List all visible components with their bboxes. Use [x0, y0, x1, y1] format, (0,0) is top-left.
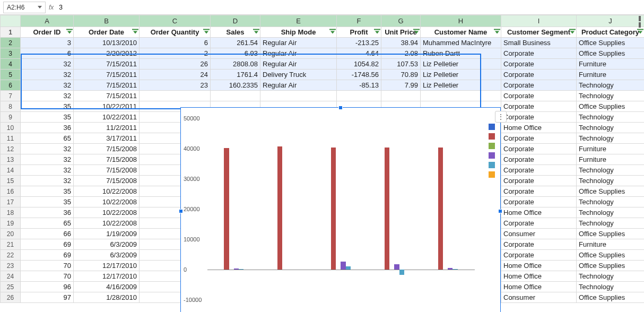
- cell[interactable]: 2.08: [381, 48, 421, 59]
- cell[interactable]: 1/28/2010: [74, 292, 140, 303]
- cell[interactable]: 65: [21, 133, 74, 144]
- cell[interactable]: Regular Air: [260, 59, 337, 70]
- cell[interactable]: Technology: [577, 197, 645, 207]
- cell[interactable]: 3: [21, 38, 74, 48]
- column-header-F[interactable]: F: [337, 15, 381, 27]
- column-header-B[interactable]: B: [74, 15, 140, 27]
- cell[interactable]: Consumer: [501, 292, 577, 303]
- column-header-J[interactable]: J: [577, 15, 645, 27]
- cell[interactable]: 32: [21, 91, 74, 101]
- cell[interactable]: Technology: [577, 112, 645, 123]
- cell[interactable]: [260, 91, 337, 101]
- cell[interactable]: 7/15/2011: [74, 59, 140, 70]
- cell[interactable]: -4.64: [337, 48, 381, 59]
- filter-header-cell[interactable]: Customer Segment: [501, 27, 577, 38]
- filter-icon[interactable]: [254, 31, 258, 33]
- cell[interactable]: 107.53: [381, 59, 421, 70]
- cell[interactable]: 66: [21, 229, 74, 239]
- row-header[interactable]: 13: [1, 154, 21, 165]
- cell[interactable]: 261.54: [211, 38, 260, 48]
- cell[interactable]: 10/13/2010: [74, 38, 140, 48]
- row-header[interactable]: 17: [1, 197, 21, 207]
- cell[interactable]: 96: [21, 282, 74, 292]
- row-header[interactable]: 23: [1, 261, 21, 271]
- row-header[interactable]: 22: [1, 250, 21, 261]
- cell[interactable]: Corporate: [501, 176, 577, 186]
- filter-header-cell[interactable]: Product Category: [577, 27, 645, 38]
- cell[interactable]: Corporate: [501, 144, 577, 154]
- cell[interactable]: Office Supplies: [577, 38, 645, 48]
- row-header[interactable]: 6: [1, 80, 21, 91]
- chart-menu-button[interactable]: ⋮: [495, 111, 507, 123]
- cell[interactable]: Delivery Truck: [260, 70, 337, 80]
- column-header-H[interactable]: H: [421, 15, 501, 27]
- filter-header-cell[interactable]: Profit: [337, 27, 381, 38]
- row-header[interactable]: 1: [1, 27, 21, 38]
- cell[interactable]: 4/16/2009: [74, 282, 140, 292]
- cell[interactable]: Liz Pelletier: [421, 70, 501, 80]
- cell[interactable]: Technology: [577, 80, 645, 91]
- cell[interactable]: 7.99: [381, 80, 421, 91]
- select-all-corner[interactable]: [1, 15, 21, 27]
- row-header[interactable]: 24: [1, 271, 21, 282]
- cell[interactable]: 35: [21, 197, 74, 207]
- cell[interactable]: Office Supplies: [577, 250, 645, 261]
- cell[interactable]: 32: [21, 70, 74, 80]
- cell[interactable]: 1761.4: [211, 70, 260, 80]
- cell[interactable]: 2: [140, 48, 211, 59]
- cell[interactable]: Home Office: [501, 207, 577, 218]
- cell[interactable]: 3/17/2011: [74, 133, 140, 144]
- cell[interactable]: [337, 91, 381, 101]
- cell[interactable]: 7/15/2008: [74, 154, 140, 165]
- cell[interactable]: Corporate: [501, 133, 577, 144]
- cell[interactable]: Furniture: [577, 70, 645, 80]
- cell[interactable]: Office Supplies: [577, 48, 645, 59]
- filter-header-cell[interactable]: Order Quantity: [140, 27, 211, 38]
- filter-icon[interactable]: [67, 31, 72, 33]
- chart-resize-top[interactable]: [338, 106, 343, 110]
- cell[interactable]: 32: [21, 154, 74, 165]
- cell[interactable]: 10/22/2011: [74, 101, 140, 112]
- cell[interactable]: 70: [21, 261, 74, 271]
- cell[interactable]: 36: [21, 123, 74, 133]
- cell[interactable]: Corporate: [501, 80, 577, 91]
- row-header[interactable]: 11: [1, 133, 21, 144]
- filter-header-cell[interactable]: Order Date: [74, 27, 140, 38]
- row-header[interactable]: 19: [1, 218, 21, 229]
- cell[interactable]: Corporate: [501, 186, 577, 197]
- column-header-I[interactable]: I: [501, 15, 577, 27]
- cell[interactable]: 70.89: [381, 70, 421, 80]
- cell[interactable]: Corporate: [501, 91, 577, 101]
- column-header-G[interactable]: G: [381, 15, 421, 27]
- cell[interactable]: 1/19/2009: [74, 229, 140, 239]
- spreadsheet-grid[interactable]: ABCDEFGHIJ 1Order IDOrder DateOrder Quan…: [0, 15, 644, 303]
- cell[interactable]: 1054.82: [337, 59, 381, 70]
- cell[interactable]: Regular Air: [260, 80, 337, 91]
- row-header[interactable]: 3: [1, 48, 21, 59]
- cell[interactable]: Technology: [577, 165, 645, 176]
- cell[interactable]: Technology: [577, 271, 645, 282]
- cell[interactable]: [140, 91, 211, 101]
- cell[interactable]: 32: [21, 176, 74, 186]
- cell[interactable]: 2808.08: [211, 59, 260, 70]
- cell[interactable]: 10/22/2008: [74, 197, 140, 207]
- filter-icon[interactable]: [204, 31, 208, 33]
- row-header[interactable]: 26: [1, 292, 21, 303]
- cell[interactable]: Home Office: [501, 261, 577, 271]
- cell[interactable]: 23: [140, 80, 211, 91]
- embedded-chart[interactable]: ⋮ -1000001000020000300004000050000: [180, 107, 501, 312]
- filter-icon[interactable]: [414, 31, 419, 33]
- cell[interactable]: 35: [21, 101, 74, 112]
- cell[interactable]: -1748.56: [337, 70, 381, 80]
- cell[interactable]: Home Office: [501, 282, 577, 292]
- vertical-scrollbar[interactable]: [636, 16, 644, 28]
- row-header[interactable]: 7: [1, 91, 21, 101]
- cell[interactable]: Corporate: [501, 239, 577, 250]
- cell[interactable]: Small Business: [501, 38, 577, 48]
- filter-header-cell[interactable]: Sales: [211, 27, 260, 38]
- cell[interactable]: 36: [21, 207, 74, 218]
- cell[interactable]: Liz Pelletier: [421, 59, 501, 70]
- name-box[interactable]: A2:H6: [3, 2, 46, 13]
- cell[interactable]: Ruben Dartt: [421, 48, 501, 59]
- row-header[interactable]: 4: [1, 59, 21, 70]
